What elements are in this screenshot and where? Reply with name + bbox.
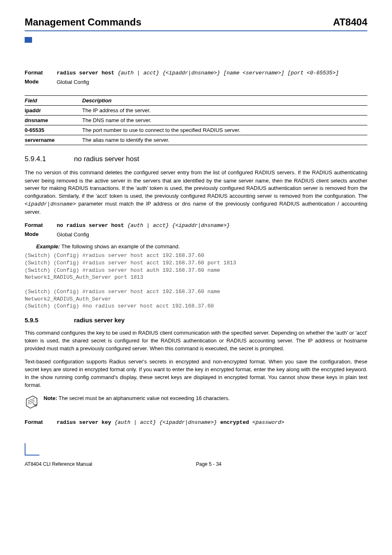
note-icon: [25, 395, 39, 409]
field-name: servername: [25, 135, 82, 145]
section-number: 5.9.4.1: [25, 155, 74, 163]
section-5-9-4-1-heading: 5.9.4.1no radius server host: [25, 155, 367, 163]
header-right: AT8404: [333, 16, 367, 28]
svg-rect-0: [25, 37, 32, 43]
format-label: Format: [25, 222, 57, 228]
svg-rect-1: [32, 37, 49, 43]
footer-decoration: [25, 443, 39, 456]
format-value: radius server key {auth | acct} {<ipaddr…: [57, 419, 367, 427]
field-desc: The port number to use to connect to the…: [82, 125, 367, 135]
example-code: (Switch) (Config) #radius server host ac…: [25, 252, 367, 310]
example-intro: Example: The following shows an example …: [36, 243, 367, 250]
table-row: 0-65535 The port number to use to connec…: [25, 125, 367, 135]
table-header-row: Field Description: [25, 95, 367, 105]
section-title: radius server key: [74, 317, 125, 324]
example-text: The following shows an example of the co…: [60, 243, 180, 250]
section-5-9-4-1-paragraph: The no version of this command deletes t…: [25, 169, 367, 216]
section-5-9-5-p1: This command configures the key to be us…: [25, 329, 367, 353]
note-label: Note:: [44, 395, 57, 401]
header-left: Management Commands: [25, 16, 141, 28]
format-label: Format: [25, 69, 57, 76]
section-5-9-5-heading: 5.9.5radius server key: [25, 317, 367, 324]
field-name: 0-65535: [25, 125, 82, 135]
header-rule: [25, 30, 367, 31]
section-title: no radius server host: [74, 155, 139, 163]
svg-rect-2: [25, 43, 49, 52]
note-block: Note: The secret must be an alphanumeric…: [25, 395, 367, 409]
field-name: dnsname: [25, 115, 82, 125]
footer-page: Page 5 - 34: [196, 461, 367, 467]
th-description: Description: [82, 95, 367, 105]
format-args: {auth | acct} {<ipaddr|dnsname>}: [111, 419, 220, 426]
page-footer: AT8404 CLI Reference Manual Page 5 - 34: [25, 461, 367, 467]
format-cmd: radius server key: [57, 419, 111, 426]
note-text: Note: The secret must be an alphanumeric…: [44, 395, 230, 401]
inline-code-param: <ipaddr|dnsname>: [25, 201, 76, 207]
field-name: ipaddr: [25, 105, 82, 115]
mode-value: Global Config: [57, 79, 367, 86]
table-row: servername The alias name to identify th…: [25, 135, 367, 145]
format-cmd: radius server host: [57, 70, 114, 76]
format-args: <password>: [249, 419, 284, 426]
svg-marker-3: [26, 396, 37, 408]
format-encrypted: encrypted: [220, 419, 249, 426]
section-5-9-5-p2: Text-based configuration supports Radius…: [25, 358, 367, 389]
brand-logo: [25, 37, 49, 52]
mode-value: Global Config: [57, 231, 367, 239]
section-number: 5.9.5: [25, 317, 74, 324]
footer-left: AT8404 CLI Reference Manual: [25, 461, 196, 467]
field-table: Field Description ipaddr The IP address …: [25, 95, 367, 145]
field-desc: The DNS name of the server.: [82, 115, 367, 125]
format-value: no radius server host {auth | acct} {<ip…: [57, 222, 367, 230]
table-row: dnsname The DNS name of the server.: [25, 115, 367, 125]
format-args: {auth | acct} {<ipaddr|dnsname>}: [124, 222, 230, 229]
format-label: Format: [25, 419, 57, 425]
field-desc: The IP address of the server.: [82, 105, 367, 115]
format-args: {auth | acct} {<ipaddr|dnsname>} [name <…: [114, 70, 339, 76]
mode-label: Mode: [25, 231, 57, 237]
inline-code-no: no: [36, 170, 42, 176]
example-label: Example:: [36, 243, 60, 250]
format-value: radius server host {auth | acct} {<ipadd…: [57, 69, 367, 77]
field-desc: The alias name to identify the server.: [82, 135, 367, 145]
mode-label: Mode: [25, 79, 57, 85]
th-field: Field: [25, 95, 82, 105]
format-cmd: no radius server host: [57, 222, 124, 229]
table-row: ipaddr The IP address of the server.: [25, 105, 367, 115]
